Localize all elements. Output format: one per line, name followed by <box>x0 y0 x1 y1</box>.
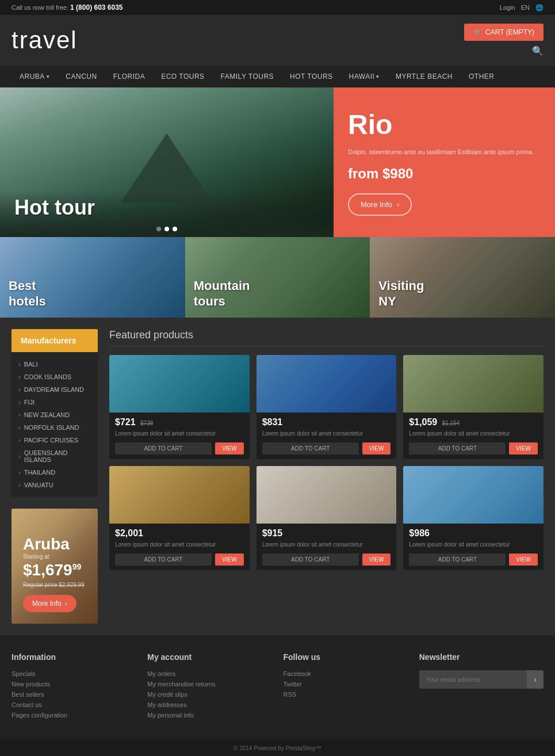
footer-link-credits[interactable]: My credit slips <box>147 691 271 698</box>
sidebar-item-norfolk[interactable]: NORFOLK ISLAND <box>12 421 98 434</box>
hero-image[interactable]: Hot tour <box>0 87 334 237</box>
newsletter-email-input[interactable] <box>419 671 527 688</box>
footer-link-returns[interactable]: My merchandise returns <box>147 681 271 688</box>
product-image-1 <box>109 355 250 413</box>
category-visiting-ny[interactable]: VisitingNY <box>370 237 555 318</box>
nav-item-myrtle[interactable]: MYRTLE BEACH <box>388 66 461 87</box>
footer-follow-us: Follow us Facebook Twitter RSS <box>284 652 408 722</box>
featured-title: Featured products <box>109 329 543 346</box>
arrow-right-icon: › <box>65 600 67 608</box>
lang-selector[interactable]: EN <box>521 4 530 11</box>
footer-link-newproducts[interactable]: New products <box>12 681 136 688</box>
view-4[interactable]: VIEW <box>215 553 244 566</box>
product-desc-3: Lorem ipsum dolor sit amet consectetur <box>409 430 538 438</box>
more-info-label: More Info <box>361 200 392 209</box>
nav-item-florida[interactable]: FLORIDA <box>105 66 154 87</box>
top-bar-contact: Call us now toll free: 1 (800) 603 6035 <box>12 3 123 12</box>
product-price-6: $986 <box>409 528 430 538</box>
add-to-cart-5[interactable]: ADD TO CART <box>262 553 359 566</box>
sidebar-item-cook[interactable]: COOK ISLANDS <box>12 371 98 383</box>
nav-item-hottours[interactable]: HOT TOURS <box>282 66 341 87</box>
sidebar-item-daydream[interactable]: DAYDREAM ISLAND <box>12 383 98 396</box>
footer-link-personal[interactable]: My personal info <box>147 712 271 719</box>
footer-follow-title: Follow us <box>284 652 408 662</box>
footer-link-rss[interactable]: RSS <box>284 691 408 698</box>
category-label: Mountaintours <box>194 278 250 309</box>
footer-link-addresses[interactable]: My addresses <box>147 701 271 708</box>
call-label: Call us now toll free: <box>12 4 68 11</box>
logo[interactable]: travel <box>12 26 78 54</box>
hero-info: Rio Dolpis, isteentrumo ante eu lasillim… <box>334 87 555 237</box>
sidebar-item-queensland[interactable]: QUEENSLAND ISLANDS <box>12 446 98 466</box>
product-card-5[interactable]: $915 Lorem ipsum dolor sit amet consecte… <box>257 466 397 570</box>
footer-link-facebook[interactable]: Facebook <box>284 670 408 677</box>
add-to-cart-4[interactable]: ADD TO CART <box>115 553 212 566</box>
product-card-6[interactable]: $986 Lorem ipsum dolor sit amet consecte… <box>403 466 543 570</box>
category-best-hotels[interactable]: Besthotels <box>0 237 185 318</box>
nav-item-hawaii[interactable]: HAWAII ▾ <box>341 66 388 87</box>
sidebar-item-newzealand[interactable]: NEW ZEALAND <box>12 408 98 421</box>
dot-3[interactable] <box>173 227 177 231</box>
sidebar-item-thailand[interactable]: THAILAND <box>12 466 98 479</box>
newsletter-submit-button[interactable]: › <box>527 670 543 689</box>
footer-link-bestsellers[interactable]: Best sellers <box>12 691 136 698</box>
view-5[interactable]: VIEW <box>362 553 391 566</box>
dot-2[interactable] <box>164 227 169 231</box>
footer-bottom: © 2014 Powered by PrestaShop™ <box>0 739 555 756</box>
product-price-row: $986 <box>409 528 538 539</box>
header-right: 🛒 CART (EMPTY) 🔍 <box>464 24 543 56</box>
nav-item-familytours[interactable]: FAMILY TOURS <box>213 66 282 87</box>
footer-link-specials[interactable]: Specials <box>12 670 136 677</box>
product-card-4[interactable]: $2,001 Lorem ipsum dolor sit amet consec… <box>109 466 250 570</box>
category-mountain-tours[interactable]: Mountaintours <box>185 237 370 318</box>
footer-link-orders[interactable]: My orders <box>147 670 271 677</box>
add-to-cart-1[interactable]: ADD TO CART <box>115 442 212 455</box>
nav-item-ecotours[interactable]: ECO TOURS <box>153 66 212 87</box>
search-icon[interactable]: 🔍 <box>532 45 543 56</box>
product-info-6: $986 Lorem ipsum dolor sit amet consecte… <box>403 524 543 570</box>
newsletter-form: › <box>419 670 543 689</box>
view-2[interactable]: VIEW <box>362 442 391 455</box>
view-3[interactable]: VIEW <box>509 442 538 455</box>
product-info-2: $831 Lorem ipsum dolor sit amet consecte… <box>257 413 397 459</box>
footer-information: Information Specials New products Best s… <box>12 652 136 722</box>
view-1[interactable]: VIEW <box>215 442 244 455</box>
product-desc-5: Lorem ipsum dolor sit amet consectetur <box>262 541 391 549</box>
product-price-row: $721 $738 <box>115 417 244 427</box>
product-card-3[interactable]: $1,059 $1,154 Lorem ipsum dolor sit amet… <box>403 355 543 459</box>
hero-section: Hot tour Rio Dolpis, isteentrumo ante eu… <box>0 87 555 237</box>
footer-link-pages[interactable]: Pages configuration <box>12 712 136 719</box>
nav-item-other[interactable]: OTHER <box>461 66 503 87</box>
nav-item-cancun[interactable]: CANCUN <box>58 66 105 87</box>
main-content: Manufacturers BALI COOK ISLANDS DAYDREAM… <box>0 318 555 635</box>
sidebar-item-pacific[interactable]: PACIFIC CRUISES <box>12 434 98 446</box>
more-info-button[interactable]: More Info › <box>348 193 412 216</box>
cart-label: CART (EMPTY) <box>485 28 534 36</box>
nav-item-aruba[interactable]: ARUBA ▾ <box>12 66 58 87</box>
product-image-6 <box>403 466 543 524</box>
sidebar-item-bali[interactable]: BALI <box>12 358 98 371</box>
footer-link-contact[interactable]: Contact us <box>12 701 136 708</box>
login-link[interactable]: Login <box>500 4 515 11</box>
product-info-4: $2,001 Lorem ipsum dolor sit amet consec… <box>109 524 250 570</box>
cart-button[interactable]: 🛒 CART (EMPTY) <box>464 24 543 41</box>
footer: Information Specials New products Best s… <box>0 635 555 739</box>
sidebar-item-vanuatu[interactable]: VANUATU <box>12 479 98 491</box>
footer-link-twitter[interactable]: Twitter <box>284 681 408 688</box>
product-old-price-3: $1,154 <box>442 420 460 426</box>
navigation: ARUBA ▾ CANCUN FLORIDA ECO TOURS FAMILY … <box>0 65 555 87</box>
product-card-1[interactable]: $721 $738 Lorem ipsum dolor sit amet con… <box>109 355 250 459</box>
add-to-cart-3[interactable]: ADD TO CART <box>409 442 506 455</box>
product-card-2[interactable]: $831 Lorem ipsum dolor sit amet consecte… <box>257 355 397 459</box>
dot-1[interactable] <box>156 227 161 231</box>
aruba-more-info-button[interactable]: More Info › <box>23 595 76 612</box>
sidebar-item-fiji[interactable]: FIJI <box>12 396 98 408</box>
product-old-price-1: $738 <box>140 420 153 426</box>
sidebar-manufacturers-title: Manufacturers <box>12 329 98 352</box>
aruba-price-sup: 99 <box>72 562 82 571</box>
featured-section: Featured products $721 $738 Lorem ipsum … <box>109 329 543 624</box>
view-6[interactable]: VIEW <box>509 553 538 566</box>
add-to-cart-2[interactable]: ADD TO CART <box>262 442 359 455</box>
product-info-1: $721 $738 Lorem ipsum dolor sit amet con… <box>109 413 250 459</box>
add-to-cart-6[interactable]: ADD TO CART <box>409 553 506 566</box>
